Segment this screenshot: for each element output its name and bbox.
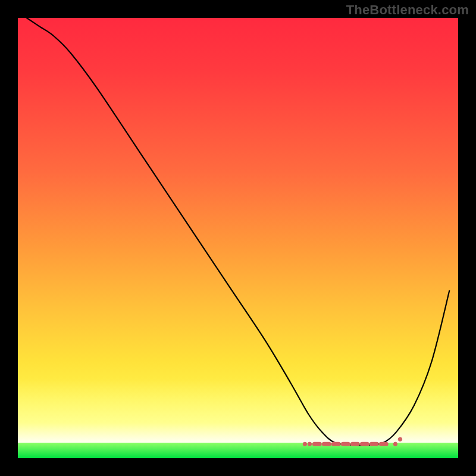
chart-frame: TheBottleneck.com: [0, 0, 476, 476]
valley-marker-group: [303, 437, 402, 446]
curve-layer: [18, 18, 458, 458]
valley-dot: [308, 442, 311, 446]
valley-dot: [393, 442, 397, 446]
valley-dot: [398, 437, 402, 441]
valley-dot: [303, 442, 306, 446]
bottleneck-curve: [27, 18, 449, 445]
plot-area: [18, 18, 458, 458]
site-watermark: TheBottleneck.com: [346, 2, 469, 18]
